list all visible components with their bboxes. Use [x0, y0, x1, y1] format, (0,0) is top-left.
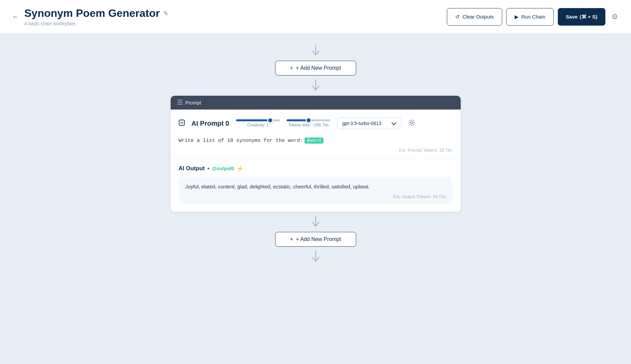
est-prompt-tokens: Est. Prompt Tokens: 35 Tks: [179, 145, 453, 158]
output-variable-tag: @output0: [212, 166, 234, 171]
add-new-prompt-top-button[interactable]: + + Add New Prompt: [275, 61, 356, 75]
drag-handle-icon[interactable]: [177, 100, 183, 105]
canvas: + + Add New Prompt Prompt: [0, 34, 631, 274]
tokens-slider-track[interactable]: [287, 119, 331, 121]
add-new-prompt-bottom-button[interactable]: + + Add New Prompt: [275, 232, 356, 247]
est-output-tokens: Est. Output Tokens: 29 Tks: [185, 194, 446, 199]
prompt-card-0: Prompt AI Prompt 0: [171, 96, 461, 212]
plus-icon-bottom: +: [290, 236, 293, 242]
word-variable-tag[interactable]: @word: [305, 138, 323, 144]
title-row: Synonym Poem Generator ✎: [24, 7, 168, 20]
prompt-text-prefix: Write a list of 10 synonyms for the word…: [179, 138, 303, 144]
ai-output-header: AI Output • @output0 ⚡: [179, 165, 453, 172]
back-arrow-icon: ←: [12, 13, 19, 21]
header-actions: ↺ Clear Outputs ▶ Run Chain Save (⌘ + S)…: [447, 8, 620, 26]
title-block: Synonym Poem Generator ✎ A basic chain b…: [24, 7, 168, 26]
creativity-slider-track[interactable]: [236, 119, 280, 121]
creativity-label: Creativity: 1: [247, 123, 268, 127]
svg-rect-4: [180, 122, 183, 123]
ai-output-box: Joyful, elated, content, glad, delighted…: [179, 177, 453, 204]
refresh-icon: ↺: [455, 14, 460, 20]
clear-outputs-button[interactable]: ↺ Clear Outputs: [447, 8, 502, 26]
app-header: ← Synonym Poem Generator ✎ A basic chain…: [0, 0, 631, 34]
play-icon: ▶: [515, 14, 519, 20]
run-chain-label: Run Chain: [521, 14, 545, 20]
creativity-slider-group: Creativity: 1: [236, 119, 280, 127]
add-new-prompt-top-label: + Add New Prompt: [296, 65, 341, 71]
edit-icon[interactable]: ✎: [163, 10, 168, 17]
ai-output-text: Joyful, elated, content, glad, delighted…: [185, 183, 446, 191]
gear-icon: ⚙: [611, 12, 618, 21]
header-left: ← Synonym Poem Generator ✎ A basic chain…: [11, 7, 441, 26]
svg-point-5: [410, 121, 413, 124]
model-select[interactable]: gpt-3.5-turbo-0613: [337, 118, 401, 129]
prompt-card-header: Prompt: [171, 96, 461, 110]
arrow-top-1: [309, 44, 322, 57]
prompt-settings-icon[interactable]: [408, 119, 415, 128]
ai-prompt-name: AI Prompt 0: [192, 120, 229, 127]
save-shortcut: (⌘ + S): [580, 14, 597, 20]
creativity-slider-fill: [236, 119, 270, 121]
ai-prompt-row: AI Prompt 0 Creativity: 1 Tokens Max:: [179, 118, 453, 129]
prompt-card-title: Prompt: [185, 100, 201, 105]
tokens-slider-thumb[interactable]: [306, 117, 312, 123]
svg-rect-2: [177, 104, 183, 104]
creativity-slider-thumb[interactable]: [267, 117, 273, 123]
add-new-prompt-bottom-label: + Add New Prompt: [296, 236, 341, 242]
lightning-icon: ⚡: [237, 165, 243, 172]
run-chain-button[interactable]: ▶ Run Chain: [506, 8, 554, 26]
clear-outputs-label: Clear Outputs: [462, 14, 494, 20]
tokens-slider-group: Tokens Max: ~256 Tks: [287, 119, 331, 127]
plus-icon-top: +: [290, 65, 293, 71]
ai-output-label: AI Output: [179, 165, 205, 172]
app-title: Synonym Poem Generator: [24, 7, 160, 20]
svg-rect-0: [177, 100, 183, 100]
svg-rect-1: [177, 102, 183, 102]
arrow-bottom-1: [309, 215, 322, 229]
prompt-card-body: AI Prompt 0 Creativity: 1 Tokens Max:: [171, 110, 461, 158]
settings-button[interactable]: ⚙: [609, 10, 620, 23]
model-name: gpt-3.5-turbo-0613: [342, 121, 381, 126]
ai-output-section: AI Output • @output0 ⚡ Joyful, elated, c…: [171, 158, 461, 212]
chevron-down-icon: [392, 121, 396, 126]
bullet-separator: •: [207, 165, 209, 172]
tokens-label: Tokens Max: ~256 Tks: [288, 123, 329, 127]
prompt-text-container: Write a list of 10 synonyms for the word…: [179, 137, 453, 145]
save-button[interactable]: Save (⌘ + S): [558, 8, 605, 26]
collapse-icon[interactable]: [179, 120, 185, 127]
arrow-bottom-2: [309, 250, 322, 264]
save-label: Save: [566, 14, 578, 20]
back-button[interactable]: ←: [11, 11, 20, 22]
app-subtitle: A basic chain boilerplate.: [24, 21, 168, 26]
arrow-top-2: [309, 79, 322, 92]
